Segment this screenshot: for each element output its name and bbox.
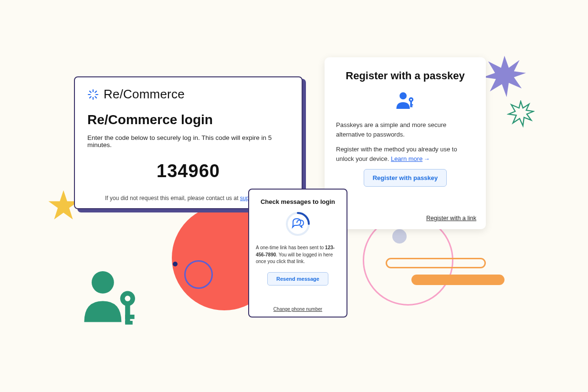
svg-point-3 xyxy=(92,271,114,294)
arrow-right-icon: → xyxy=(423,155,430,162)
check-messages-card: Check messages to login A one-time link … xyxy=(248,189,347,318)
brand-name: Re/Commerce xyxy=(104,87,185,102)
login-code: 134960 xyxy=(87,161,289,181)
resend-message-button[interactable]: Resend message xyxy=(267,272,328,286)
login-title: Re/Commerce login xyxy=(87,112,289,127)
purple-burst-icon xyxy=(483,55,526,98)
svg-point-5 xyxy=(125,296,131,301)
svg-line-14 xyxy=(95,96,96,98)
svg-rect-6 xyxy=(125,305,130,323)
grey-dot-decor xyxy=(392,229,407,244)
body-prefix: A one-time link has been sent to xyxy=(256,245,325,250)
green-burst-icon xyxy=(507,100,535,128)
register-link-alt[interactable]: Register with a link xyxy=(426,215,476,222)
check-messages-title: Check messages to login xyxy=(261,198,335,205)
loading-spinner-icon xyxy=(285,211,311,237)
orange-pill-outline-decor xyxy=(386,258,486,268)
orange-pill-fill-decor xyxy=(411,275,504,285)
passkey-person-icon xyxy=(395,91,416,110)
passkey-body: Passkeys are a simple and more secure al… xyxy=(336,120,474,163)
svg-line-15 xyxy=(90,96,91,98)
brand-row: Re/Commerce xyxy=(87,87,289,102)
check-messages-body: A one-time link has been sent to 123-456… xyxy=(256,244,340,265)
passkey-p1: Passkeys are a simple and more secure al… xyxy=(336,120,474,139)
svg-marker-1 xyxy=(483,56,526,97)
navy-dot-decor xyxy=(173,262,178,266)
login-subtitle: Enter the code below to securely log in.… xyxy=(87,134,289,148)
passkey-p2: Register with the method you already use… xyxy=(336,145,474,163)
svg-rect-7 xyxy=(125,315,135,319)
svg-rect-8 xyxy=(125,321,133,325)
learn-more-link[interactable]: Learn more xyxy=(391,155,422,162)
person-key-icon xyxy=(79,265,141,327)
change-phone-link[interactable]: Change phone number xyxy=(249,307,346,312)
svg-line-16 xyxy=(95,91,96,92)
svg-rect-22 xyxy=(410,106,413,107)
svg-point-17 xyxy=(399,92,407,99)
svg-point-19 xyxy=(410,99,412,101)
footer-prefix: If you did not request this email, pleas… xyxy=(105,195,240,201)
svg-rect-21 xyxy=(410,104,413,106)
register-passkey-button[interactable]: Register with passkey xyxy=(364,169,447,187)
svg-marker-2 xyxy=(508,101,533,126)
passkey-title: Register with a passkey xyxy=(336,70,474,82)
purple-ring-decor xyxy=(184,260,213,289)
recommerce-logo-icon xyxy=(87,89,99,100)
svg-line-13 xyxy=(90,91,91,92)
register-passkey-card: Register with a passkey Passkeys are a s… xyxy=(325,57,486,229)
